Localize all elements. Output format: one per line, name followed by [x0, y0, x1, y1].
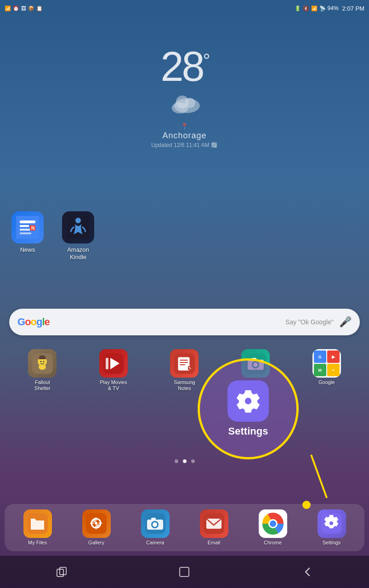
myfiles-label: My Files	[28, 540, 47, 546]
svg-point-39	[95, 522, 97, 525]
status-left: 📶 ⏰ 🖼 📦 📋	[5, 6, 43, 11]
dock-app-gallery[interactable]: Gallery	[68, 509, 125, 546]
samsung-notes-label: SamsungNotes	[174, 379, 195, 391]
nav-home-button[interactable]	[170, 563, 198, 581]
svg-rect-26	[180, 360, 188, 361]
svg-rect-5	[20, 220, 35, 223]
app-news[interactable]: N News	[9, 211, 46, 260]
city-name: Anchorage	[151, 131, 217, 141]
page-dot-3[interactable]	[191, 459, 195, 463]
google-logo: Google	[17, 316, 50, 328]
google-grid-icon: G ▶ M +	[312, 349, 341, 378]
signal-bars-icon: 📡	[319, 6, 326, 11]
fallout-shelter-icon	[28, 349, 57, 378]
svg-rect-18	[40, 356, 45, 358]
settings-dock-icon	[318, 509, 346, 538]
nav-back-button[interactable]	[294, 563, 321, 581]
google-bar-right: Say "Ok Google" 🎤	[285, 316, 352, 328]
home-apps-top: N News AmazonKindle	[9, 211, 97, 260]
svg-point-16	[39, 364, 46, 370]
settings-pointer-line	[310, 454, 328, 498]
app-kindle[interactable]: AmazonKindle	[60, 211, 97, 260]
samsung-notes-icon	[170, 349, 199, 378]
google-label: Google	[318, 379, 335, 385]
svg-rect-6	[20, 225, 29, 227]
svg-point-20	[43, 361, 44, 362]
svg-rect-4	[16, 216, 39, 239]
wifi-icon: 📶	[311, 6, 318, 11]
svg-rect-23	[106, 358, 108, 369]
svg-point-3	[185, 98, 195, 108]
settings-gear-bg	[227, 380, 269, 422]
dock-app-camera[interactable]: Camera	[127, 509, 183, 546]
svg-point-43	[153, 522, 157, 527]
dock-app-chrome[interactable]: Chrome	[244, 509, 301, 546]
signal-icon: 📶	[5, 6, 11, 11]
clipboard-icon: 📋	[36, 6, 43, 11]
svg-rect-27	[180, 362, 188, 363]
weather-updated: Updated 12/6 11:41 AM 🔄	[151, 142, 217, 148]
svg-text:N: N	[31, 226, 34, 231]
email-label: Email	[208, 540, 221, 546]
play-movies-icon	[99, 349, 128, 378]
svg-rect-28	[180, 364, 185, 365]
gallery-icon	[82, 509, 111, 538]
dock-app-settings[interactable]: Settings	[303, 509, 360, 546]
page-dot-2[interactable]	[183, 459, 187, 463]
dock: My Files Gallery	[5, 504, 364, 551]
location-icon: 📍	[151, 123, 217, 130]
chrome-icon	[259, 509, 287, 538]
svg-rect-54	[180, 567, 189, 577]
camera-icon	[141, 509, 170, 538]
settings-dock-label: Settings	[323, 540, 341, 546]
app-google[interactable]: G ▶ M + Google	[293, 349, 360, 391]
settings-gear-icon	[236, 389, 261, 413]
main-app-grid: FalloutShelter Play Movies& TV Sam	[5, 349, 364, 391]
temperature: 28°	[151, 46, 217, 87]
camera-label: Camera	[146, 540, 164, 546]
news-icon: N	[11, 211, 44, 243]
google-search-bar[interactable]: Google Say "Ok Google" 🎤	[9, 309, 360, 335]
play-movies-label: Play Movies& TV	[100, 379, 127, 391]
say-ok-google-text: Say "Ok Google"	[285, 318, 334, 326]
fallout-shelter-label: FalloutShelter	[34, 379, 51, 391]
status-bar: 📶 ⏰ 🖼 📦 📋 🔋 🔇 📶 📡 94% 2:07 PM	[0, 0, 369, 17]
chrome-label: Chrome	[264, 540, 282, 546]
nav-bar	[0, 556, 369, 588]
microphone-icon[interactable]: 🎤	[339, 316, 352, 328]
svg-rect-44	[151, 518, 156, 520]
screenshot-icon: 🖼	[21, 6, 26, 11]
nav-recents-button[interactable]	[48, 563, 75, 581]
svg-rect-8	[20, 232, 31, 234]
battery-icon: 🔋	[295, 6, 301, 11]
page-dot-1[interactable]	[175, 459, 178, 463]
battery-percent: 94%	[328, 5, 339, 11]
alarm-icon: ⏰	[13, 6, 19, 11]
mute-icon: 🔇	[303, 6, 309, 11]
weather-icon	[151, 92, 217, 120]
svg-point-51	[329, 521, 333, 525]
svg-point-19	[40, 361, 41, 362]
settings-label-highlight: Settings	[228, 425, 268, 437]
svg-point-13	[245, 398, 251, 404]
dropbox-icon: 📦	[28, 6, 34, 11]
app-play-movies[interactable]: Play Movies& TV	[80, 349, 147, 391]
email-icon	[200, 509, 228, 538]
weather-widget: 28° 📍 Anchorage Updated 12/6 11:41 AM 🔄	[151, 46, 217, 148]
app-fallout-shelter[interactable]: FalloutShelter	[9, 349, 76, 391]
settings-pointer-dot	[302, 501, 311, 509]
page-dots	[175, 459, 195, 463]
clock: 2:07 PM	[342, 5, 364, 12]
news-label: News	[20, 246, 35, 254]
settings-highlight-circle: Settings	[198, 358, 299, 459]
svg-point-49	[270, 520, 276, 527]
kindle-icon	[62, 211, 94, 243]
kindle-label: AmazonKindle	[67, 246, 89, 260]
status-right: 🔋 🔇 📶 📡 94% 2:07 PM	[295, 5, 364, 12]
myfiles-icon	[23, 509, 52, 538]
dock-app-myfiles[interactable]: My Files	[9, 509, 66, 546]
svg-point-12	[75, 218, 81, 223]
gallery-label: Gallery	[88, 540, 104, 546]
dock-app-email[interactable]: Email	[186, 509, 242, 546]
